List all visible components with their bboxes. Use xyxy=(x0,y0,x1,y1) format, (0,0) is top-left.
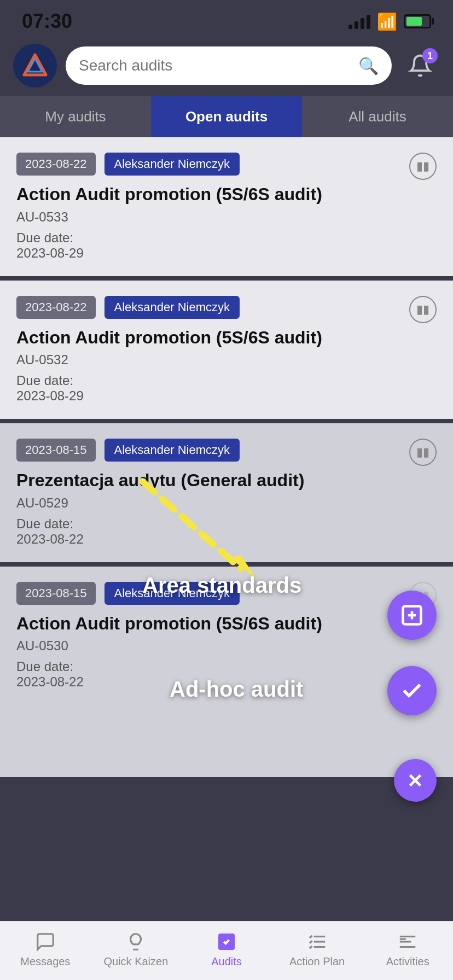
tab-my-audits[interactable]: My audits xyxy=(0,96,151,137)
action-plan-icon xyxy=(307,931,328,952)
audit-date: 2023-08-22 xyxy=(16,153,96,176)
audit-due-label: Due date: xyxy=(16,230,437,246)
card-meta: 2023-08-22 Aleksander Niemczyk xyxy=(16,296,437,319)
card-meta: 2023-08-15 Aleksander Niemczyk xyxy=(16,439,437,462)
check-icon xyxy=(400,679,424,703)
audit-title: Action Audit promotion (5S/6S audit) xyxy=(16,183,437,206)
audit-due-date: 2023-08-22 xyxy=(16,532,437,547)
fab-close-button[interactable] xyxy=(394,759,437,802)
pause-button[interactable]: ▮▮ xyxy=(409,439,437,466)
battery-icon xyxy=(404,14,431,28)
tab-all-audits[interactable]: All audits xyxy=(302,96,453,137)
bottom-nav: Messages Quick Kaizen Audits Action Plan xyxy=(0,921,453,980)
audit-title: Action Audit promotion (5S/6S audit) xyxy=(16,612,437,635)
search-icon: 🔍 xyxy=(358,56,379,75)
adhoc-label: Ad-hoc audit xyxy=(170,677,303,702)
wifi-icon: 📶 xyxy=(377,12,397,31)
audit-title: Prezentacja audytu (General audit) xyxy=(16,469,437,492)
audit-date: 2023-08-22 xyxy=(16,296,96,319)
audit-card[interactable]: 2023-08-22 Aleksander Niemczyk ▮▮ Action… xyxy=(0,281,453,419)
audit-id: AU-0533 xyxy=(16,209,437,225)
audit-id: AU-0532 xyxy=(16,352,437,368)
audit-user: Aleksander Niemczyk xyxy=(104,296,240,319)
nav-action-plan-label: Action Plan xyxy=(289,955,345,968)
status-icons: 📶 xyxy=(349,12,431,31)
audit-card[interactable]: 2023-08-22 Aleksander Niemczyk ▮▮ Action… xyxy=(0,137,453,276)
plus-square-icon xyxy=(400,603,424,627)
close-icon xyxy=(405,770,426,791)
nav-messages-label: Messages xyxy=(20,955,70,968)
nav-audits-label: Audits xyxy=(211,955,242,968)
audit-due-label: Due date: xyxy=(16,516,437,532)
search-bar[interactable]: 🔍 xyxy=(66,46,392,85)
audits-icon xyxy=(216,931,237,952)
fab-confirm-button[interactable] xyxy=(387,666,437,715)
audit-date: 2023-08-15 xyxy=(16,582,96,605)
tab-open-audits[interactable]: Open audits xyxy=(151,96,302,137)
messages-icon xyxy=(35,931,56,952)
nav-messages[interactable]: Messages xyxy=(0,921,91,980)
header: 🔍 1 xyxy=(0,38,453,96)
audit-title: Action Audit promotion (5S/6S audit) xyxy=(16,326,437,349)
area-standards-label: Area standards xyxy=(142,573,301,598)
nav-quick-kaizen[interactable]: Quick Kaizen xyxy=(91,921,182,980)
activities-icon xyxy=(397,931,418,952)
status-bar: 07:30 📶 xyxy=(0,0,453,38)
lightbulb-icon xyxy=(125,931,146,952)
signal-icon xyxy=(349,14,370,29)
audit-id: AU-0529 xyxy=(16,495,437,511)
audit-card[interactable]: 2023-08-15 Aleksander Niemczyk ▮▮ Action… xyxy=(0,567,453,778)
audit-due-label: Due date: xyxy=(16,659,437,674)
nav-activities[interactable]: Activities xyxy=(362,921,453,980)
status-time: 07:30 xyxy=(22,10,72,33)
nav-action-plan[interactable]: Action Plan xyxy=(272,921,363,980)
audit-date: 2023-08-15 xyxy=(16,439,96,462)
audit-due-label: Due date: xyxy=(16,373,437,388)
notification-button[interactable]: 1 xyxy=(400,46,440,85)
tab-bar: My audits Open audits All audits xyxy=(0,96,453,137)
audit-user: Aleksander Niemczyk xyxy=(104,153,240,176)
pause-button[interactable]: ▮▮ xyxy=(409,153,437,180)
audit-due-date: 2023-08-29 xyxy=(16,246,437,261)
app-logo[interactable] xyxy=(13,44,57,88)
audit-card[interactable]: 2023-08-15 Aleksander Niemczyk ▮▮ Prezen… xyxy=(0,423,453,562)
nav-quick-kaizen-label: Quick Kaizen xyxy=(103,955,168,968)
search-input[interactable] xyxy=(79,57,358,74)
audit-user: Aleksander Niemczyk xyxy=(104,439,240,462)
audit-id: AU-0530 xyxy=(16,638,437,654)
logo-icon xyxy=(21,52,49,79)
notification-badge: 1 xyxy=(422,48,438,63)
audit-due-date: 2023-08-29 xyxy=(16,388,437,404)
pause-button[interactable]: ▮▮ xyxy=(409,296,437,323)
nav-activities-label: Activities xyxy=(386,955,429,968)
nav-audits[interactable]: Audits xyxy=(181,921,272,980)
fab-new-audit-button[interactable] xyxy=(387,591,437,640)
card-meta: 2023-08-22 Aleksander Niemczyk xyxy=(16,153,437,176)
